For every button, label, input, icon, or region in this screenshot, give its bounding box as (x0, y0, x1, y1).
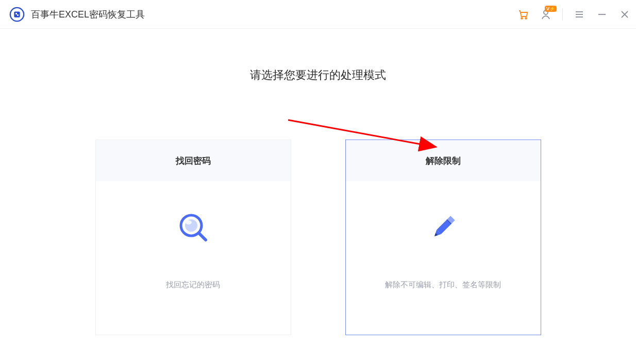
svg-line-16 (199, 234, 206, 240)
cart-icon[interactable] (517, 8, 529, 21)
svg-rect-3 (17, 14, 19, 16)
svg-point-15 (186, 220, 192, 224)
mode-cards: 找回密码 找回忘记的密码 解除限制 解除不可编辑、打印、签名等限制 (0, 140, 636, 335)
hamburger-menu-icon[interactable] (573, 8, 585, 21)
card-body: 找回忘记的密码 (96, 181, 291, 335)
svg-point-4 (521, 18, 523, 19)
vip-badge: V⚡ (545, 6, 557, 12)
card-title: 解除限制 (346, 140, 541, 181)
titlebar-right: V⚡ (517, 8, 631, 21)
card-body: 解除不可编辑、打印、签名等限制 (346, 181, 541, 335)
card-title: 找回密码 (96, 140, 291, 181)
toolbar-divider (562, 8, 563, 21)
card-description: 找回忘记的密码 (166, 280, 220, 290)
card-description: 解除不可编辑、打印、签名等限制 (385, 280, 501, 290)
app-logo-icon (9, 7, 25, 22)
app-title: 百事牛EXCEL密码恢复工具 (31, 8, 145, 21)
titlebar: 百事牛EXCEL密码恢复工具 V⚡ (0, 0, 636, 29)
close-icon[interactable] (618, 8, 631, 21)
svg-point-5 (525, 18, 527, 19)
page-heading: 请选择您要进行的处理模式 (0, 67, 636, 83)
minimize-icon[interactable] (596, 8, 608, 21)
magnifier-icon (177, 211, 210, 244)
svg-rect-2 (15, 13, 17, 14)
main-content: 请选择您要进行的处理模式 找回密码 找回忘记的密码 解除限制 解除不可编辑、打印… (0, 29, 636, 335)
card-recover-password[interactable]: 找回密码 找回忘记的密码 (95, 140, 291, 335)
card-remove-restriction[interactable]: 解除限制 解除不可编辑、打印、签名等限制 (345, 140, 541, 335)
titlebar-left: 百事牛EXCEL密码恢复工具 (9, 7, 145, 22)
pencil-icon (427, 211, 460, 244)
user-account-icon[interactable]: V⚡ (540, 8, 552, 21)
